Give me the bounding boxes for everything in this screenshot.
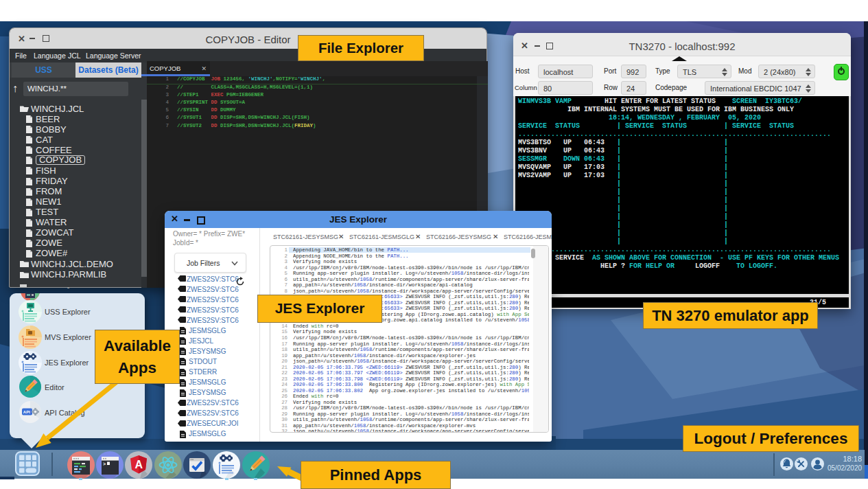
svg-text:A: A [135,459,143,470]
svg-text:API: API [23,410,30,414]
svg-text:>: > [103,462,106,467]
